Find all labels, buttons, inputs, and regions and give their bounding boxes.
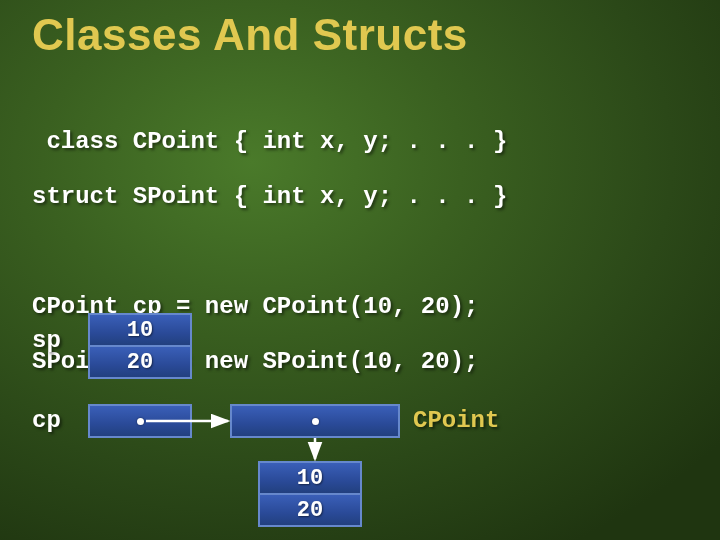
cp-field-y: 20 bbox=[258, 493, 362, 527]
cp-heap-object-box bbox=[230, 404, 400, 438]
slide-title: Classes And Structs bbox=[32, 10, 468, 60]
cp-field-x: 10 bbox=[258, 461, 362, 495]
code-blank bbox=[32, 238, 507, 266]
code-line-2: struct SPoint { int x, y; . . . } bbox=[32, 183, 507, 211]
code-line-1: class CPoint { int x, y; . . . } bbox=[32, 128, 507, 156]
cpoint-type-label: CPoint bbox=[413, 407, 499, 434]
sp-variable-label: sp bbox=[32, 327, 61, 354]
pointer-dot-icon bbox=[312, 418, 319, 425]
pointer-dot-icon bbox=[137, 418, 144, 425]
sp-field-y: 20 bbox=[88, 345, 192, 379]
cp-variable-label: cp bbox=[32, 407, 61, 434]
cp-reference-box bbox=[88, 404, 192, 438]
sp-field-x: 10 bbox=[88, 313, 192, 347]
